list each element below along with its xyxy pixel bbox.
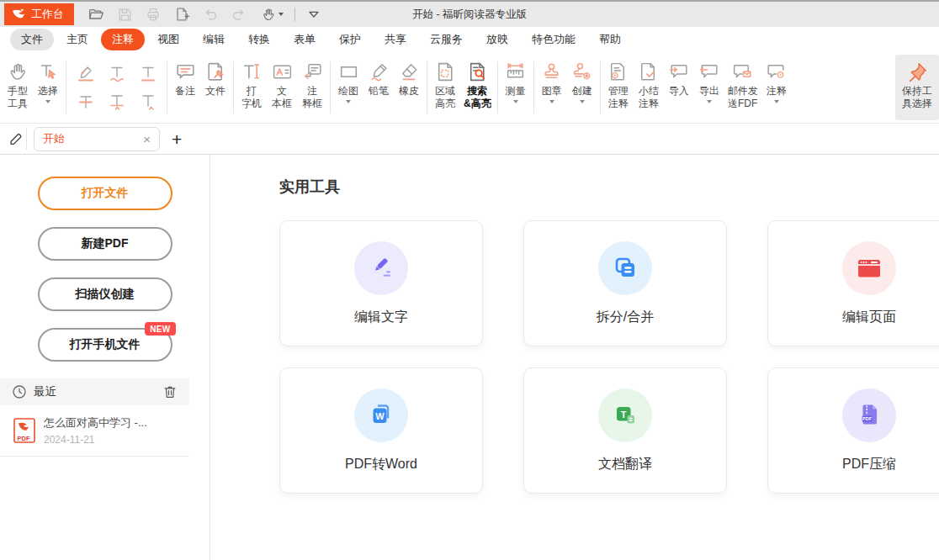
open-mobile-file-label: 打开手机文件 bbox=[70, 337, 141, 352]
ribbon-note[interactable]: 备注 bbox=[170, 55, 200, 120]
replace-text-icon[interactable] bbox=[102, 88, 131, 114]
svg-text:W: W bbox=[375, 410, 385, 420]
clock-icon bbox=[12, 384, 27, 399]
menu-home[interactable]: 主页 bbox=[56, 29, 99, 50]
workspace-button[interactable]: 工作台 bbox=[4, 3, 74, 25]
ribbon-button-label: 打 字机 bbox=[241, 85, 262, 110]
squiggly-underline-icon[interactable] bbox=[102, 61, 131, 87]
menu-view[interactable]: 视图 bbox=[146, 29, 190, 50]
save-icon[interactable] bbox=[114, 4, 135, 24]
ribbon-toolbar: 手型 工具 选择 bbox=[0, 52, 939, 124]
scanner-create-button[interactable]: 扫描仪创建 bbox=[38, 277, 172, 311]
svg-text:PDF: PDF bbox=[18, 435, 30, 442]
ribbon-pencil[interactable]: 铅笔 bbox=[363, 55, 394, 120]
tool-card-pdf-to-word[interactable]: W PDF转Word bbox=[279, 367, 483, 494]
menu-help[interactable]: 帮助 bbox=[588, 29, 632, 50]
ribbon-email-fdf[interactable]: 邮件发 送FDF bbox=[724, 55, 761, 120]
ribbon-export-comments[interactable]: 导出 bbox=[694, 55, 724, 120]
email-fdf-icon bbox=[731, 58, 754, 85]
redo-icon[interactable] bbox=[229, 4, 249, 24]
ribbon-eraser[interactable]: 橡皮 bbox=[394, 55, 424, 120]
ribbon-button-label: 搜索 &高亮 bbox=[464, 85, 491, 110]
menu-file[interactable]: 文件 bbox=[10, 29, 54, 50]
ribbon-button-label: 小结 注释 bbox=[639, 85, 659, 110]
new-pdf-button[interactable]: 新建PDF bbox=[38, 227, 172, 261]
ribbon-separator bbox=[330, 61, 331, 114]
ribbon-file-attachment[interactable]: 文件 bbox=[200, 55, 231, 120]
tool-card-doc-translate[interactable]: T 文档翻译 bbox=[523, 367, 727, 494]
edit-page-icon bbox=[842, 241, 896, 295]
ribbon-select-tool[interactable]: 选择 bbox=[33, 55, 63, 120]
edit-tabs-icon[interactable] bbox=[5, 128, 27, 150]
menu-form[interactable]: 表单 bbox=[283, 29, 326, 50]
menu-convert[interactable]: 转换 bbox=[237, 29, 281, 50]
ribbon-button-label: 选择 bbox=[38, 85, 58, 98]
print-icon[interactable] bbox=[143, 4, 163, 24]
tab-start[interactable]: 开始 × bbox=[34, 127, 160, 151]
ribbon-drawing[interactable]: 绘图 bbox=[333, 55, 363, 120]
tool-card-label: 文档翻译 bbox=[598, 456, 652, 473]
create-stamp-icon bbox=[570, 58, 593, 85]
recent-title: 最近 bbox=[34, 384, 156, 399]
menu-present[interactable]: 放映 bbox=[475, 29, 519, 50]
svg-text:PDF: PDF bbox=[862, 415, 873, 420]
tool-card-edit-page[interactable]: 编辑页面 bbox=[767, 220, 939, 346]
ribbon-textbox[interactable]: 文 本框 bbox=[267, 55, 297, 120]
tool-card-pdf-compress[interactable]: PDF PDF压缩 bbox=[767, 367, 939, 494]
ribbon-button-label: 邮件发 送FDF bbox=[728, 85, 758, 110]
ribbon-button-label: 区域 高亮 bbox=[435, 85, 455, 110]
ribbon-separator bbox=[427, 61, 427, 114]
search-highlight-icon bbox=[466, 58, 489, 85]
ribbon-search-highlight[interactable]: 搜索 &高亮 bbox=[460, 55, 495, 120]
tool-card-edit-text[interactable]: 编辑文字 bbox=[279, 220, 483, 346]
hand-quick-icon[interactable] bbox=[257, 4, 286, 24]
tool-card-split-merge[interactable]: 拆分/合并 bbox=[523, 220, 727, 346]
select-cursor-icon bbox=[37, 58, 59, 85]
trash-icon[interactable] bbox=[162, 384, 178, 399]
menu-edit[interactable]: 编辑 bbox=[192, 29, 236, 50]
ribbon-typewriter[interactable]: 打 字机 bbox=[236, 55, 267, 120]
close-tab-icon[interactable]: × bbox=[143, 133, 151, 145]
open-folder-icon[interactable] bbox=[86, 4, 106, 24]
ribbon-separator bbox=[233, 61, 234, 114]
open-mobile-file-button[interactable]: 打开手机文件 NEW bbox=[38, 328, 172, 362]
ribbon-stamp[interactable]: 图章 bbox=[537, 55, 567, 120]
ribbon-area-highlight[interactable]: 区域 高亮 bbox=[430, 55, 460, 120]
ribbon-summarize-comments[interactable]: 小结 注释 bbox=[634, 55, 664, 120]
ribbon-separator bbox=[167, 61, 167, 114]
underline-icon[interactable] bbox=[133, 61, 162, 87]
menu-features[interactable]: 特色功能 bbox=[521, 29, 586, 50]
highlight-icon[interactable] bbox=[71, 61, 100, 87]
tab-label: 开始 bbox=[43, 131, 143, 146]
ribbon-measure[interactable]: 测量 bbox=[501, 55, 531, 120]
menu-cloud[interactable]: 云服务 bbox=[419, 29, 474, 50]
ribbon-manage-comments[interactable]: 管理 注释 bbox=[603, 55, 634, 120]
export-comments-icon bbox=[698, 58, 720, 85]
hand-icon bbox=[7, 58, 29, 85]
doc-translate-icon: T bbox=[598, 388, 652, 442]
new-document-icon[interactable] bbox=[172, 4, 192, 24]
ribbon-create-stamp[interactable]: 创建 bbox=[567, 55, 597, 120]
ribbon-callout[interactable]: 注 释框 bbox=[297, 55, 327, 120]
recent-file-item[interactable]: PDF 怎么面对高中学习 -... 2024-11-21 bbox=[0, 405, 189, 457]
menu-comment[interactable]: 注释 bbox=[101, 29, 145, 50]
open-file-label: 打开文件 bbox=[82, 186, 129, 201]
ribbon-hand-tool[interactable]: 手型 工具 bbox=[3, 55, 33, 120]
menu-share[interactable]: 共享 bbox=[374, 29, 417, 50]
dropdown-caret bbox=[774, 100, 779, 103]
insert-text-icon[interactable] bbox=[133, 88, 162, 114]
ruler-icon bbox=[504, 58, 527, 85]
open-file-button[interactable]: 打开文件 bbox=[38, 177, 172, 210]
ribbon-comment-settings[interactable]: 注释 bbox=[761, 55, 792, 120]
customize-toolbar-icon[interactable] bbox=[304, 4, 324, 24]
menu-protect[interactable]: 保护 bbox=[328, 29, 372, 50]
rectangle-icon bbox=[337, 58, 360, 85]
ribbon-import-comments[interactable]: 导入 bbox=[664, 55, 694, 120]
ribbon-keep-tool-selected[interactable]: 保持工 具选择 bbox=[895, 55, 939, 120]
undo-icon[interactable] bbox=[200, 4, 220, 24]
tool-card-label: 编辑页面 bbox=[842, 309, 896, 326]
strikeout-icon[interactable] bbox=[71, 88, 100, 114]
new-tab-button[interactable]: + bbox=[172, 130, 182, 148]
comment-settings-icon bbox=[765, 58, 788, 85]
text-markup-group bbox=[71, 61, 162, 114]
